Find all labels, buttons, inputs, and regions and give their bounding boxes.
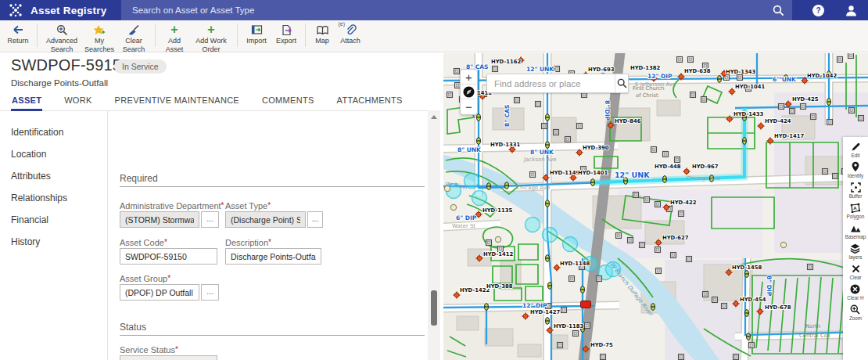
catch-basin-marker[interactable] <box>454 69 460 74</box>
catch-basin-marker[interactable] <box>663 152 669 157</box>
sidebar-item-relationships[interactable]: Relationships <box>0 187 107 209</box>
catch-basin-marker[interactable] <box>561 308 567 313</box>
global-search-bar[interactable]: Search on Asset or Asset Type <box>121 0 792 20</box>
admin-dept-lookup-button[interactable]: ... <box>201 211 219 228</box>
selected-asset-halo[interactable] <box>472 191 487 206</box>
catch-basin-marker[interactable] <box>827 120 833 125</box>
map-tool-polygon[interactable]: APolygon <box>847 202 865 219</box>
scroll-up-icon[interactable] <box>431 115 437 119</box>
catch-basin-marker[interactable] <box>573 331 579 337</box>
valve-marker[interactable] <box>546 142 550 149</box>
map-tool-clear[interactable]: Clear <box>849 263 861 280</box>
catch-basin-marker[interactable] <box>601 355 606 360</box>
asset-type-lookup-button[interactable]: ... <box>307 211 323 228</box>
valve-marker[interactable] <box>487 183 491 190</box>
catch-basin-marker[interactable] <box>808 265 813 270</box>
catch-basin-marker[interactable] <box>690 92 696 98</box>
catch-basin-marker[interactable] <box>838 57 843 63</box>
catch-basin-marker[interactable] <box>688 57 694 63</box>
description-field[interactable] <box>225 248 321 265</box>
catch-basin-marker[interactable] <box>722 304 727 309</box>
return-button[interactable]: Return <box>3 20 33 45</box>
asset-code-field[interactable] <box>120 248 217 265</box>
admin-dept-field[interactable] <box>120 211 199 228</box>
manhole-marker[interactable] <box>495 236 500 242</box>
catch-basin-marker[interactable] <box>701 97 707 103</box>
clear-search-button[interactable]: Clear Search <box>117 20 151 53</box>
map-canvas[interactable]: HYD-11621411HYD-693HYD-1382HYD-638HYD-13… <box>443 53 868 360</box>
catch-basin-marker[interactable] <box>848 53 854 59</box>
asset-group-field[interactable] <box>120 284 199 301</box>
valve-marker[interactable] <box>485 304 489 311</box>
catch-basin-marker[interactable] <box>565 137 571 142</box>
form-scrollbar[interactable] <box>428 110 440 360</box>
catch-basin-marker[interactable] <box>779 104 784 110</box>
catch-basin-marker[interactable] <box>703 292 708 297</box>
catch-basin-marker[interactable] <box>655 247 661 253</box>
catch-basin-marker[interactable] <box>628 238 633 243</box>
sidebar-item-financial[interactable]: Financial <box>0 209 107 231</box>
catch-basin-marker[interactable] <box>640 243 645 248</box>
catch-basin-marker[interactable] <box>675 157 680 163</box>
sidebar-item-location[interactable]: Location <box>0 143 107 165</box>
catch-basin-marker[interactable] <box>577 124 583 129</box>
catch-basin-marker[interactable] <box>530 172 536 178</box>
attach-button[interactable]: (e) Attach <box>335 20 366 45</box>
valve-marker[interactable] <box>546 255 550 262</box>
catch-basin-marker[interactable] <box>712 297 718 303</box>
catch-basin-marker[interactable] <box>849 108 855 113</box>
tab-work[interactable]: WORK <box>63 92 92 111</box>
catch-basin-marker[interactable] <box>671 253 676 258</box>
valve-marker[interactable] <box>477 114 481 121</box>
valve-marker[interactable] <box>546 200 550 207</box>
valve-marker[interactable] <box>747 333 751 340</box>
valve-marker[interactable] <box>477 138 481 145</box>
map-tool-identify[interactable]: Identify <box>848 161 863 178</box>
search-icon[interactable] <box>773 5 784 16</box>
map-tool-buffer[interactable]: Buffer <box>849 182 863 199</box>
asset-group-lookup-button[interactable]: ... <box>201 284 219 301</box>
catch-basin-marker[interactable] <box>811 114 816 120</box>
catch-basin-marker[interactable] <box>597 276 602 282</box>
map-search-input[interactable] <box>487 74 615 92</box>
tab-attachments[interactable]: ATTACHMENTS <box>336 92 404 111</box>
selected-asset-halo[interactable] <box>525 218 540 232</box>
help-icon[interactable]: ? <box>812 4 825 17</box>
sidebar-item-identification[interactable]: Identification <box>0 121 107 143</box>
valve-marker[interactable] <box>718 76 722 83</box>
my-searches-button[interactable]: My Searches <box>82 20 117 53</box>
catch-basin-marker[interactable] <box>655 202 661 207</box>
catch-basin-marker[interactable] <box>737 75 743 81</box>
catch-basin-marker[interactable] <box>542 124 547 129</box>
catch-basin-marker[interactable] <box>554 67 560 72</box>
map-tool-edit[interactable]: Edit <box>851 141 861 158</box>
valve-marker[interactable] <box>581 286 585 293</box>
valve-marker[interactable] <box>505 182 509 189</box>
service-status-select[interactable]: In Service <box>120 355 217 360</box>
zoom-out-button[interactable]: − <box>461 99 477 114</box>
map-tool-zoom[interactable]: Zoom <box>849 304 862 321</box>
catch-basin-marker[interactable] <box>749 343 755 348</box>
add-work-order-button[interactable]: + Add Work Order <box>189 20 233 53</box>
catch-basin-marker[interactable] <box>801 104 806 110</box>
selected-asset-halo[interactable] <box>543 228 558 243</box>
catch-basin-marker[interactable] <box>558 343 563 348</box>
catch-basin-marker[interactable] <box>833 174 838 179</box>
tab-preventive-maintenance[interactable]: PREVENTIVE MAINTENANCE <box>114 92 240 111</box>
catch-basin-marker[interactable] <box>616 233 622 239</box>
sidebar-item-attributes[interactable]: Attributes <box>0 165 107 187</box>
catch-basin-marker[interactable] <box>644 197 650 203</box>
valve-marker[interactable] <box>745 271 749 278</box>
sidebar-item-history[interactable]: History <box>0 231 107 253</box>
selected-asset-halo[interactable] <box>563 237 578 252</box>
catch-basin-marker[interactable] <box>585 323 590 329</box>
valve-marker[interactable] <box>745 310 749 317</box>
map-button[interactable]: Map <box>310 20 335 45</box>
catch-basin-marker[interactable] <box>733 355 739 360</box>
catch-basin-marker[interactable] <box>790 109 795 114</box>
valve-marker[interactable] <box>743 138 747 145</box>
import-button[interactable]: Import <box>242 20 271 45</box>
map-search-box[interactable] <box>486 74 629 93</box>
map-tool-clear-h[interactable]: Clear H <box>847 283 863 301</box>
zoom-in-button[interactable]: + <box>461 70 477 85</box>
